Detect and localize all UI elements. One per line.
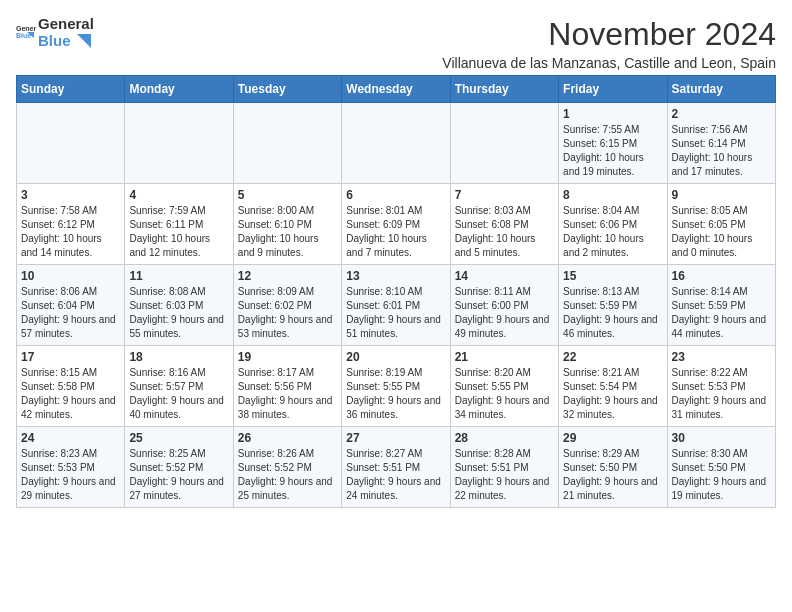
logo-chevron-icon [73, 34, 91, 48]
logo-general: General [38, 16, 94, 33]
logo-blue: Blue [38, 33, 71, 50]
calendar-cell: 20Sunrise: 8:19 AMSunset: 5:55 PMDayligh… [342, 346, 450, 427]
day-number: 24 [21, 431, 120, 445]
logo-icon: General Blue [16, 23, 36, 43]
calendar-cell: 11Sunrise: 8:08 AMSunset: 6:03 PMDayligh… [125, 265, 233, 346]
day-number: 22 [563, 350, 662, 364]
calendar-cell: 23Sunrise: 8:22 AMSunset: 5:53 PMDayligh… [667, 346, 775, 427]
calendar-cell: 6Sunrise: 8:01 AMSunset: 6:09 PMDaylight… [342, 184, 450, 265]
day-info: Sunrise: 8:28 AMSunset: 5:51 PMDaylight:… [455, 447, 554, 503]
day-info: Sunrise: 8:11 AMSunset: 6:00 PMDaylight:… [455, 285, 554, 341]
day-number: 13 [346, 269, 445, 283]
day-number: 4 [129, 188, 228, 202]
day-number: 17 [21, 350, 120, 364]
calendar-cell [125, 103, 233, 184]
svg-marker-3 [77, 34, 91, 48]
calendar-cell [450, 103, 558, 184]
day-info: Sunrise: 8:13 AMSunset: 5:59 PMDaylight:… [563, 285, 662, 341]
day-number: 9 [672, 188, 771, 202]
day-number: 29 [563, 431, 662, 445]
calendar-cell: 24Sunrise: 8:23 AMSunset: 5:53 PMDayligh… [17, 427, 125, 508]
calendar-header: SundayMondayTuesdayWednesdayThursdayFrid… [17, 76, 776, 103]
day-info: Sunrise: 8:27 AMSunset: 5:51 PMDaylight:… [346, 447, 445, 503]
weekday-header-monday: Monday [125, 76, 233, 103]
calendar-cell: 3Sunrise: 7:58 AMSunset: 6:12 PMDaylight… [17, 184, 125, 265]
day-number: 2 [672, 107, 771, 121]
calendar-cell: 28Sunrise: 8:28 AMSunset: 5:51 PMDayligh… [450, 427, 558, 508]
day-number: 3 [21, 188, 120, 202]
logo: General Blue General Blue [16, 16, 94, 49]
day-info: Sunrise: 8:23 AMSunset: 5:53 PMDaylight:… [21, 447, 120, 503]
day-number: 28 [455, 431, 554, 445]
day-info: Sunrise: 8:09 AMSunset: 6:02 PMDaylight:… [238, 285, 337, 341]
day-number: 7 [455, 188, 554, 202]
calendar-cell: 15Sunrise: 8:13 AMSunset: 5:59 PMDayligh… [559, 265, 667, 346]
calendar-cell [17, 103, 125, 184]
day-number: 23 [672, 350, 771, 364]
weekday-header-thursday: Thursday [450, 76, 558, 103]
calendar-cell: 27Sunrise: 8:27 AMSunset: 5:51 PMDayligh… [342, 427, 450, 508]
calendar-cell: 10Sunrise: 8:06 AMSunset: 6:04 PMDayligh… [17, 265, 125, 346]
day-number: 1 [563, 107, 662, 121]
calendar-cell: 21Sunrise: 8:20 AMSunset: 5:55 PMDayligh… [450, 346, 558, 427]
day-info: Sunrise: 8:15 AMSunset: 5:58 PMDaylight:… [21, 366, 120, 422]
calendar-cell: 17Sunrise: 8:15 AMSunset: 5:58 PMDayligh… [17, 346, 125, 427]
day-number: 5 [238, 188, 337, 202]
calendar-cell: 19Sunrise: 8:17 AMSunset: 5:56 PMDayligh… [233, 346, 341, 427]
calendar-cell: 29Sunrise: 8:29 AMSunset: 5:50 PMDayligh… [559, 427, 667, 508]
day-number: 27 [346, 431, 445, 445]
page-header: General Blue General Blue November 2024 … [16, 16, 776, 71]
day-info: Sunrise: 8:16 AMSunset: 5:57 PMDaylight:… [129, 366, 228, 422]
calendar-table: SundayMondayTuesdayWednesdayThursdayFrid… [16, 75, 776, 508]
day-number: 15 [563, 269, 662, 283]
calendar-cell: 16Sunrise: 8:14 AMSunset: 5:59 PMDayligh… [667, 265, 775, 346]
day-info: Sunrise: 8:20 AMSunset: 5:55 PMDaylight:… [455, 366, 554, 422]
weekday-header-sunday: Sunday [17, 76, 125, 103]
day-number: 8 [563, 188, 662, 202]
calendar-week-row: 10Sunrise: 8:06 AMSunset: 6:04 PMDayligh… [17, 265, 776, 346]
day-info: Sunrise: 7:55 AMSunset: 6:15 PMDaylight:… [563, 123, 662, 179]
calendar-cell: 2Sunrise: 7:56 AMSunset: 6:14 PMDaylight… [667, 103, 775, 184]
day-info: Sunrise: 8:00 AMSunset: 6:10 PMDaylight:… [238, 204, 337, 260]
day-number: 26 [238, 431, 337, 445]
day-number: 30 [672, 431, 771, 445]
day-number: 19 [238, 350, 337, 364]
day-number: 12 [238, 269, 337, 283]
title-block: November 2024 Villanueva de las Manzanas… [442, 16, 776, 71]
calendar-cell: 13Sunrise: 8:10 AMSunset: 6:01 PMDayligh… [342, 265, 450, 346]
day-info: Sunrise: 8:14 AMSunset: 5:59 PMDaylight:… [672, 285, 771, 341]
weekday-header-row: SundayMondayTuesdayWednesdayThursdayFrid… [17, 76, 776, 103]
calendar-cell: 22Sunrise: 8:21 AMSunset: 5:54 PMDayligh… [559, 346, 667, 427]
calendar-cell: 14Sunrise: 8:11 AMSunset: 6:00 PMDayligh… [450, 265, 558, 346]
calendar-cell: 4Sunrise: 7:59 AMSunset: 6:11 PMDaylight… [125, 184, 233, 265]
calendar-cell [342, 103, 450, 184]
day-number: 14 [455, 269, 554, 283]
day-number: 25 [129, 431, 228, 445]
svg-text:Blue: Blue [16, 32, 31, 39]
day-number: 11 [129, 269, 228, 283]
calendar-week-row: 24Sunrise: 8:23 AMSunset: 5:53 PMDayligh… [17, 427, 776, 508]
day-info: Sunrise: 8:29 AMSunset: 5:50 PMDaylight:… [563, 447, 662, 503]
day-number: 16 [672, 269, 771, 283]
calendar-cell: 26Sunrise: 8:26 AMSunset: 5:52 PMDayligh… [233, 427, 341, 508]
day-info: Sunrise: 8:25 AMSunset: 5:52 PMDaylight:… [129, 447, 228, 503]
page-subtitle: Villanueva de las Manzanas, Castille and… [442, 55, 776, 71]
day-info: Sunrise: 8:08 AMSunset: 6:03 PMDaylight:… [129, 285, 228, 341]
day-info: Sunrise: 8:19 AMSunset: 5:55 PMDaylight:… [346, 366, 445, 422]
day-info: Sunrise: 8:17 AMSunset: 5:56 PMDaylight:… [238, 366, 337, 422]
day-number: 10 [21, 269, 120, 283]
calendar-cell [233, 103, 341, 184]
day-number: 20 [346, 350, 445, 364]
calendar-cell: 7Sunrise: 8:03 AMSunset: 6:08 PMDaylight… [450, 184, 558, 265]
day-info: Sunrise: 8:06 AMSunset: 6:04 PMDaylight:… [21, 285, 120, 341]
calendar-cell: 1Sunrise: 7:55 AMSunset: 6:15 PMDaylight… [559, 103, 667, 184]
weekday-header-tuesday: Tuesday [233, 76, 341, 103]
day-info: Sunrise: 7:56 AMSunset: 6:14 PMDaylight:… [672, 123, 771, 179]
day-info: Sunrise: 7:59 AMSunset: 6:11 PMDaylight:… [129, 204, 228, 260]
day-number: 6 [346, 188, 445, 202]
calendar-cell: 25Sunrise: 8:25 AMSunset: 5:52 PMDayligh… [125, 427, 233, 508]
calendar-cell: 30Sunrise: 8:30 AMSunset: 5:50 PMDayligh… [667, 427, 775, 508]
day-info: Sunrise: 7:58 AMSunset: 6:12 PMDaylight:… [21, 204, 120, 260]
calendar-week-row: 17Sunrise: 8:15 AMSunset: 5:58 PMDayligh… [17, 346, 776, 427]
day-info: Sunrise: 8:10 AMSunset: 6:01 PMDaylight:… [346, 285, 445, 341]
